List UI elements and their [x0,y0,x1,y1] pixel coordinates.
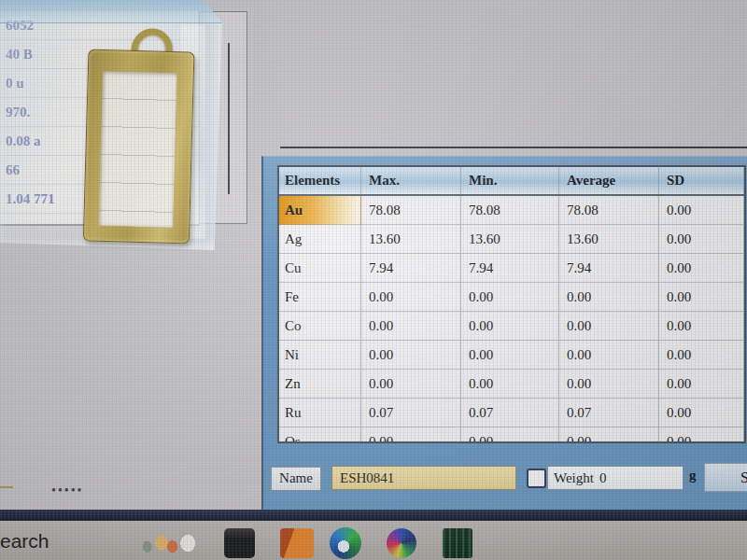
element-cell: Co [279,312,361,341]
table-row-os[interactable]: Os0.000.000.000.00 [279,427,744,443]
apps-cluster-icon[interactable] [140,528,200,558]
element-cell: Ag [279,225,361,254]
element-cell: Fe [279,283,361,312]
value-cell: 0.00 [659,427,744,443]
value-cell: 0.00 [461,341,559,370]
value-cell: 0.00 [659,254,744,283]
value-cell: 78.08 [559,196,659,225]
desktop-dots: ••••• [51,483,84,498]
value-cell: 0.00 [659,225,744,254]
value-cell: 0.00 [659,283,744,312]
value-cell: 0.07 [361,399,461,427]
value-cell: 0.07 [559,399,659,427]
sample-name-input[interactable]: ESH0841 [331,466,516,490]
save-button[interactable]: Sa [704,463,747,492]
element-cell: Cu [279,254,361,283]
element-cell: Ni [279,341,361,370]
value-cell: 0.00 [559,341,659,370]
value-cell: 0.00 [559,312,659,341]
value-cell: 0.00 [559,283,659,312]
black-app-icon[interactable] [224,528,255,558]
gold-pendant [81,24,197,244]
monitor-screen: 605240 B0 u970.0.08 a661.04 771 Elements… [0,0,747,560]
table-row-au[interactable]: Au78.0878.0878.080.00 [279,196,744,225]
column-header[interactable]: Elements [279,167,361,194]
value-cell: 0.07 [461,399,559,427]
column-header[interactable]: Average [559,167,659,194]
table-row-co[interactable]: Co0.000.000.000.00 [279,312,744,341]
value-cell: 78.08 [461,196,559,225]
name-label: Name [271,467,321,491]
value-cell: 0.00 [361,283,461,312]
table-row-zn[interactable]: Zn0.000.000.000.00 [279,370,744,399]
value-cell: 0.00 [461,427,559,443]
table-row-ag[interactable]: Ag13.6013.6013.600.00 [279,225,744,254]
pendant-opening [98,71,177,228]
table-header-row: ElementsMax.Min.AverageSD [279,167,744,196]
table-row-fe[interactable]: Fe0.000.000.000.00 [279,283,744,312]
column-header[interactable]: Min. [461,167,559,194]
value-cell: 0.00 [659,312,744,341]
value-cell: 0.00 [659,196,744,225]
table-row-ni[interactable]: Ni0.000.000.000.00 [279,341,744,370]
groupbox-top-line [280,147,747,148]
column-header[interactable]: SD [659,167,744,194]
window-bottom-edge [0,510,747,521]
value-cell: 0.00 [659,399,744,427]
value-cell: 0.00 [659,370,744,399]
value-cell: 0.00 [559,370,659,399]
element-cell: Au [279,196,361,225]
table-row-ru[interactable]: Ru0.070.070.070.00 [279,399,744,427]
value-cell: 0.00 [559,427,659,443]
value-cell: 0.00 [361,370,461,399]
value-cell: 0.00 [659,341,744,370]
scrollbar-thumb[interactable] [228,43,230,194]
column-header[interactable]: Max. [361,167,461,194]
weight-value: 0 [599,470,607,485]
edge-browser-icon[interactable] [330,527,361,559]
value-cell: 0.00 [461,370,559,399]
desktop-dash [0,486,13,488]
bag-seal [0,0,222,23]
value-cell: 7.94 [559,254,659,283]
value-cell: 13.60 [361,225,461,254]
weight-checkbox[interactable] [527,469,546,488]
orange-app-icon[interactable] [280,528,314,558]
search-label[interactable]: earch [0,530,49,553]
value-cell: 0.00 [361,341,461,370]
value-cell: 0.00 [461,312,559,341]
value-cell: 13.60 [461,225,559,254]
value-cell: 7.94 [461,254,559,283]
grams-unit-label: g [689,468,697,483]
analyzer-window: ElementsMax.Min.AverageSD Au78.0878.0878… [261,156,747,522]
value-cell: 78.08 [361,196,461,225]
element-cell: Os [279,427,361,443]
pinwheel-icon[interactable] [387,528,416,558]
value-cell: 0.00 [361,427,461,443]
table-row-cu[interactable]: Cu7.947.947.940.00 [279,254,744,283]
weight-label: Weight [554,470,594,485]
value-cell: 7.94 [361,254,461,283]
taskbar: earch [0,521,747,560]
pendant-frame [83,49,195,244]
value-cell: 13.60 [559,225,659,254]
element-cell: Zn [279,370,361,399]
element-cell: Ru [279,399,361,427]
weight-input[interactable]: Weight0 [547,466,684,490]
terminal-green-icon[interactable] [443,528,472,558]
value-cell: 0.00 [361,312,461,341]
value-cell: 0.00 [461,283,559,312]
results-table: ElementsMax.Min.AverageSD Au78.0878.0878… [277,165,746,443]
